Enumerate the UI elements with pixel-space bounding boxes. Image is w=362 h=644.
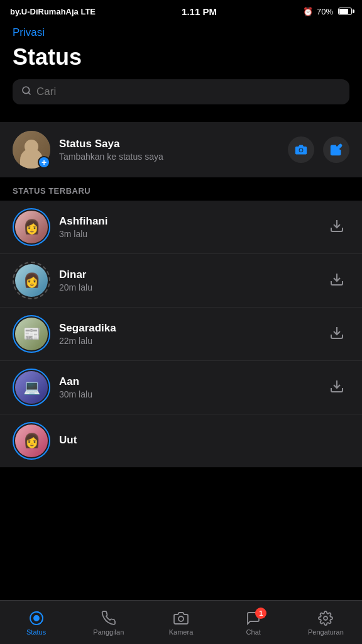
contact-name: Uut [59,434,349,447]
contact-time: 22m lalu [59,336,315,346]
my-status-name: Status Saya [59,138,279,150]
svg-point-10 [178,616,184,621]
panggilan-nav-icon [101,610,117,626]
contact-time: 20m lalu [59,282,315,292]
list-item[interactable]: 👩 Ashfihani 3m lalu [0,201,362,254]
download-button[interactable] [324,374,349,401]
avatar-image: 👩 [15,211,48,243]
list-item[interactable]: 👩 Uut [0,414,362,467]
chat-badge: 1 [255,608,266,619]
list-item[interactable]: 📰 Segaradika 22m lalu [0,308,362,361]
contact-name: Aan [59,375,315,388]
nav-item-pengaturan[interactable]: Pengaturan [290,601,362,640]
status-nav-icon [28,610,45,626]
contact-avatar-ashfihani: 👩 [13,208,50,246]
contact-time: 3m lalu [59,229,315,239]
nav-item-kamera[interactable]: Kamera [145,601,217,640]
pengaturan-nav-label: Pengaturan [308,628,344,636]
status-bar: by.U-DiRumahAja LTE 1.11 PM ⏰ 70% [0,0,362,23]
contact-info: Ashfihani 3m lalu [59,215,315,239]
contact-name: Ashfihani [59,215,315,228]
search-bar[interactable] [13,79,349,104]
kamera-nav-label: Kamera [169,628,194,636]
camera-button[interactable] [288,136,314,163]
contact-avatar-aan: 💻 [13,369,50,406]
my-status-info: Status Saya Tambahkan ke status saya [59,138,279,162]
bottom-nav: Status Panggilan Kamera 1 Chat [0,600,362,644]
avatar-image: 👩 [15,425,48,457]
my-status-avatar[interactable]: + [13,131,50,169]
list-item[interactable]: 👩 Dinar 20m lalu [0,254,362,308]
status-list: 👩 Ashfihani 3m lalu 👩 Dinar [0,201,362,467]
header: Privasi Status [0,23,362,111]
svg-line-1 [28,92,30,94]
status-indicators: ⏰ 70% [303,7,352,16]
download-button[interactable] [324,267,349,294]
avatar-image: 💻 [15,371,48,404]
avatar-image: 👩 [15,264,48,297]
add-badge: + [38,156,50,169]
download-button[interactable] [324,213,349,241]
my-status-actions [288,136,349,163]
contact-name: Dinar [59,269,315,281]
svg-point-3 [300,148,303,152]
battery-text: 70% [317,7,333,16]
panggilan-nav-label: Panggilan [93,628,124,636]
contact-info: Segaradika 22m lalu [59,322,315,346]
contact-avatar-segaradika: 📰 [13,315,50,353]
search-icon [21,86,31,98]
pengaturan-nav-icon [317,610,334,626]
avatar-image: 📰 [15,318,48,350]
svg-point-9 [34,616,39,621]
battery-icon [338,8,352,15]
my-status-subtitle: Tambahkan ke status saya [59,152,279,162]
search-input[interactable] [36,86,341,98]
contact-info: Dinar 20m lalu [59,269,315,292]
page-title: Status [13,44,349,70]
chat-nav-icon: 1 [245,610,261,626]
svg-point-11 [324,616,327,620]
chat-nav-label: Chat [246,628,261,636]
contact-info: Aan 30m lalu [59,375,315,399]
time-text: 1.11 PM [182,6,217,17]
status-nav-label: Status [26,628,46,636]
contact-avatar-dinar: 👩 [13,262,50,299]
section-label: STATUS TERBARU [0,177,362,201]
kamera-nav-icon [173,610,189,626]
download-button[interactable] [324,320,349,348]
carrier-text: by.U-DiRumahAja LTE [10,7,96,16]
list-item[interactable]: 💻 Aan 30m lalu [0,361,362,414]
contact-name: Segaradika [59,322,315,335]
nav-item-status[interactable]: Status [0,601,72,640]
nav-item-panggilan[interactable]: Panggilan [72,601,145,640]
my-status-section: + Status Saya Tambahkan ke status saya [0,122,362,177]
edit-button[interactable] [323,136,349,163]
nav-item-chat[interactable]: 1 Chat [217,601,290,640]
contact-time: 30m lalu [59,389,315,399]
privacy-link[interactable]: Privasi [13,26,349,39]
contact-avatar-uut: 👩 [13,422,50,460]
contact-info: Uut [59,434,349,448]
alarm-icon: ⏰ [303,7,313,16]
